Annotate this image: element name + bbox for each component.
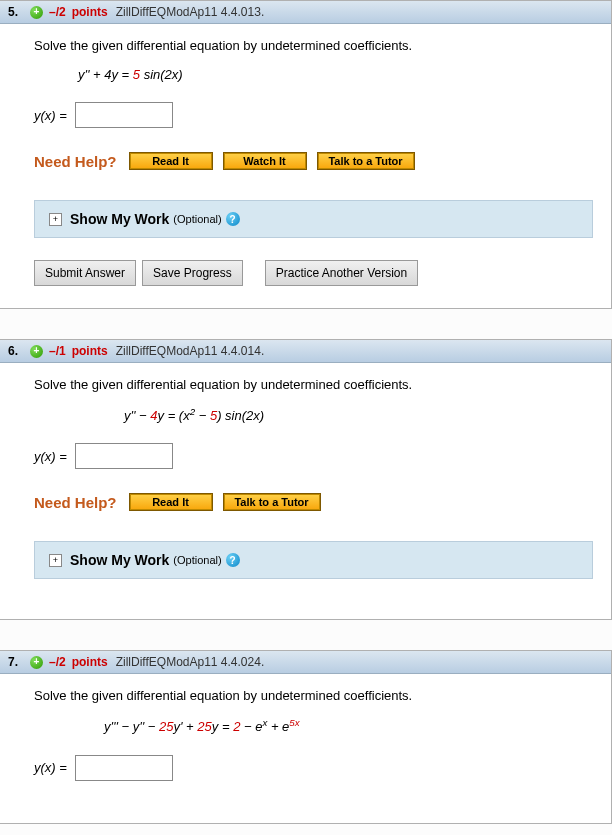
- question-body: Solve the given differential equation by…: [0, 674, 611, 822]
- answer-label: y(x) =: [34, 449, 67, 464]
- show-work-optional: (Optional): [173, 213, 221, 225]
- source-ref: ZillDiffEQModAp11 4.4.013.: [116, 5, 265, 19]
- question-number: 7.: [8, 655, 30, 669]
- question-header: 6. + –/1 points ZillDiffEQModAp11 4.4.01…: [0, 340, 611, 363]
- save-progress-button[interactable]: Save Progress: [142, 260, 243, 286]
- equation: y''' − y'' − 25y' + 25y = 2 − ex + e5x: [104, 717, 593, 734]
- answer-label: y(x) =: [34, 108, 67, 123]
- points-value: –/1: [49, 344, 66, 358]
- answer-label: y(x) =: [34, 760, 67, 775]
- question-5: 5. + –/2 points ZillDiffEQModAp11 4.4.01…: [0, 0, 612, 309]
- plus-icon: +: [49, 554, 62, 567]
- talk-to-tutor-button[interactable]: Talk to a Tutor: [317, 152, 415, 170]
- points-label: points: [72, 5, 108, 19]
- read-it-button[interactable]: Read It: [129, 493, 213, 511]
- answer-row: y(x) =: [34, 443, 593, 469]
- equation: y'' + 4y = 5 sin(2x): [78, 67, 593, 82]
- talk-to-tutor-button[interactable]: Talk to a Tutor: [223, 493, 321, 511]
- submit-row: Submit Answer Save Progress Practice Ano…: [34, 260, 593, 286]
- need-help-row: Need Help? Read It Talk to a Tutor: [34, 493, 593, 511]
- question-number: 5.: [8, 5, 30, 19]
- points-label: points: [72, 655, 108, 669]
- coef-b: 25: [197, 720, 211, 735]
- coef-a: 25: [159, 720, 173, 735]
- points-label: points: [72, 344, 108, 358]
- answer-row: y(x) =: [34, 755, 593, 781]
- plus-icon: +: [49, 213, 62, 226]
- need-help-label: Need Help?: [34, 153, 117, 170]
- need-help-label: Need Help?: [34, 494, 117, 511]
- question-body: Solve the given differential equation by…: [0, 24, 611, 308]
- question-header: 7. + –/2 points ZillDiffEQModAp11 4.4.02…: [0, 651, 611, 674]
- expand-icon[interactable]: +: [30, 656, 43, 669]
- points-value: –/2: [49, 655, 66, 669]
- question-body: Solve the given differential equation by…: [0, 363, 611, 619]
- points-value: –/2: [49, 5, 66, 19]
- question-6: 6. + –/1 points ZillDiffEQModAp11 4.4.01…: [0, 339, 612, 620]
- equation: y'' − 4y = (x2 − 5) sin(2x): [124, 406, 593, 423]
- expand-icon[interactable]: +: [30, 345, 43, 358]
- question-7: 7. + –/2 points ZillDiffEQModAp11 4.4.02…: [0, 650, 612, 823]
- submit-answer-button[interactable]: Submit Answer: [34, 260, 136, 286]
- read-it-button[interactable]: Read It: [129, 152, 213, 170]
- answer-input[interactable]: [75, 755, 173, 781]
- const-c: 2: [233, 720, 240, 735]
- help-icon[interactable]: ?: [226, 553, 240, 567]
- answer-input[interactable]: [75, 102, 173, 128]
- constant: 5: [210, 408, 217, 423]
- question-header: 5. + –/2 points ZillDiffEQModAp11 4.4.01…: [0, 1, 611, 24]
- prompt-text: Solve the given differential equation by…: [34, 377, 593, 392]
- exp: 5x: [289, 717, 299, 728]
- expand-icon[interactable]: +: [30, 6, 43, 19]
- need-help-row: Need Help? Read It Watch It Talk to a Tu…: [34, 152, 593, 170]
- show-my-work-bar[interactable]: + Show My Work (Optional) ?: [34, 200, 593, 238]
- answer-row: y(x) =: [34, 102, 593, 128]
- coefficient: 5: [133, 67, 140, 82]
- prompt-text: Solve the given differential equation by…: [34, 688, 593, 703]
- show-my-work-bar[interactable]: + Show My Work (Optional) ?: [34, 541, 593, 579]
- coefficient: 4: [150, 408, 157, 423]
- show-work-optional: (Optional): [173, 554, 221, 566]
- show-work-label: Show My Work: [70, 552, 169, 568]
- source-ref: ZillDiffEQModAp11 4.4.024.: [116, 655, 265, 669]
- practice-another-button[interactable]: Practice Another Version: [265, 260, 418, 286]
- answer-input[interactable]: [75, 443, 173, 469]
- prompt-text: Solve the given differential equation by…: [34, 38, 593, 53]
- help-icon[interactable]: ?: [226, 212, 240, 226]
- show-work-label: Show My Work: [70, 211, 169, 227]
- watch-it-button[interactable]: Watch It: [223, 152, 307, 170]
- question-number: 6.: [8, 344, 30, 358]
- source-ref: ZillDiffEQModAp11 4.4.014.: [116, 344, 265, 358]
